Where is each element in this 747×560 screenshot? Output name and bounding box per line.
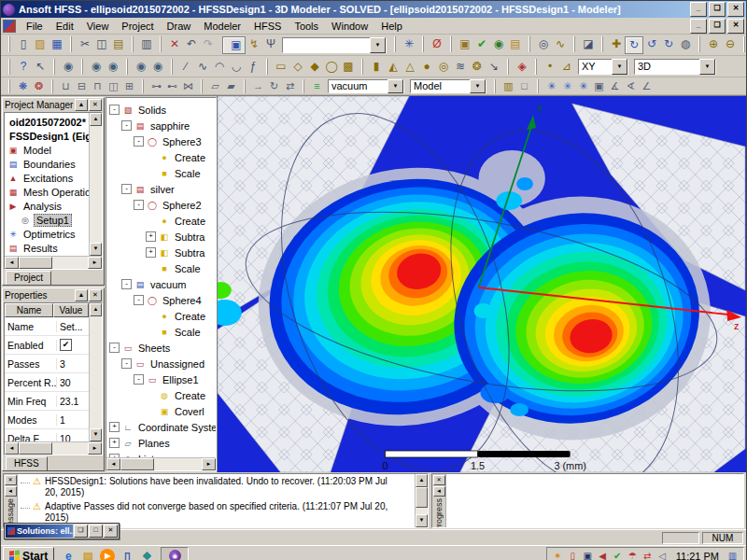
project-tree-item[interactable]: ▤ Boundaries [5, 157, 89, 171]
compass-icon[interactable]: ❂ [31, 79, 47, 93]
undo-icon[interactable]: ↶ [183, 36, 200, 52]
flower-icon[interactable]: ❋ [9, 79, 31, 93]
model-tree-item[interactable]: + ◍ Lists [106, 451, 216, 457]
tray-volume-icon[interactable]: ◀ [597, 551, 609, 560]
scroll-left-icon[interactable]: ◄ [106, 458, 120, 470]
solve-setup-combobox[interactable]: ▼ [282, 37, 387, 53]
optimetrics-setup-icon[interactable]: ✳ [395, 36, 417, 52]
separate-icon[interactable]: ⊞ [121, 79, 137, 93]
visibility-icon[interactable]: ◉ [54, 59, 77, 75]
ansoft-hfss-task-button[interactable]: ◉ [161, 547, 189, 560]
hfss-tab[interactable]: HFSS [6, 456, 48, 471]
drawing-plane-combobox[interactable]: XY ▼ [578, 59, 628, 75]
expand-toggle-icon[interactable]: - [109, 105, 120, 115]
close-button[interactable]: ✕ [104, 525, 118, 538]
cut-icon[interactable]: ✂ [71, 36, 93, 52]
close-panel-icon[interactable]: ✕ [89, 289, 102, 301]
split-icon[interactable]: ◫ [106, 79, 121, 93]
model-tree-item[interactable]: - ◯ Sphere3 [106, 133, 216, 149]
model-tree-item[interactable]: - ▧ Solids [106, 102, 216, 118]
remote-analysis-icon[interactable]: ↯ [246, 36, 262, 52]
paste-icon[interactable]: ▤ [110, 36, 127, 52]
hfss-icon[interactable]: Ø [423, 36, 445, 52]
context-help-icon[interactable]: ↖ [32, 59, 49, 75]
model-tree-item[interactable]: + ▱ Planes [106, 435, 216, 451]
expand-toggle-icon[interactable]: + [146, 231, 156, 242]
chevron-down-icon[interactable]: ▼ [699, 59, 715, 75]
draw-spiral-icon[interactable]: ❂ [469, 59, 486, 75]
report-icon[interactable]: ∿ [552, 36, 569, 52]
material-combobox[interactable]: vacuum ▼ [328, 79, 404, 93]
notes-icon[interactable]: ▯ [120, 549, 134, 560]
scroll-up-icon[interactable]: ▲ [90, 113, 102, 126]
menu-item[interactable]: Edit [49, 20, 80, 33]
project-tree-item[interactable]: ✳ Optimetrics [5, 227, 89, 241]
open-region-icon[interactable]: □ [516, 79, 532, 93]
menu-item[interactable]: Window [325, 20, 374, 33]
start-button[interactable]: Start [3, 547, 54, 560]
graphics-app-icon[interactable]: ❖ [139, 549, 154, 560]
draw-sweep-icon[interactable]: ↘ [486, 59, 502, 75]
solutions-window-titlebar[interactable]: Solutions: ell... [6, 525, 73, 538]
model-tree-item[interactable]: ■ Scale [106, 165, 216, 181]
udp-icon[interactable]: ◈ [508, 59, 530, 75]
rotate-axis-icon[interactable]: ↻ [660, 36, 677, 52]
chevron-down-icon[interactable]: ▼ [370, 37, 386, 53]
model-tree-item[interactable]: ■ Scale [106, 324, 216, 340]
expand-toggle-icon[interactable]: - [134, 200, 144, 210]
folder-icon[interactable]: ▤ [80, 549, 95, 560]
scroll-down-icon[interactable]: ▼ [90, 428, 102, 441]
model-tree-item[interactable]: ● Create [106, 308, 216, 324]
expand-toggle-icon[interactable]: + [109, 438, 120, 448]
close-panel-icon[interactable]: ✕ [5, 475, 17, 485]
project-tree-item[interactable]: ▤ Results [5, 241, 89, 255]
expand-toggle-icon[interactable]: - [121, 358, 132, 369]
model-tree-item[interactable]: - ▭ Unassigned [106, 356, 216, 371]
solution-type-icon[interactable]: ▣ [451, 36, 473, 52]
flip-icon[interactable]: ⇄ [282, 79, 298, 93]
close-panel-icon[interactable]: ✕ [433, 475, 445, 485]
dynamic-zoom-icon[interactable]: ◍ [677, 36, 694, 52]
rotate-center-icon[interactable]: ↺ [643, 36, 660, 52]
unite-icon[interactable]: ⊔ [52, 79, 74, 93]
scrollbar-thumb[interactable] [19, 442, 52, 455]
connect-icon[interactable]: ▰ [223, 79, 239, 93]
draw-polyhedron-icon[interactable]: ◭ [385, 59, 402, 75]
media-player-icon[interactable]: ▶ [100, 549, 115, 560]
menu-item[interactable]: View [80, 20, 116, 33]
close-panel-icon[interactable]: ✕ [89, 99, 102, 111]
expand-toggle-icon[interactable]: - [121, 120, 132, 131]
properties-vscrollbar[interactable]: ▲ ▼ [89, 303, 102, 441]
model-tree-item[interactable]: + ∟ Coordinate System [106, 419, 216, 435]
layers-icon[interactable]: ≡ [303, 79, 325, 93]
section-icon[interactable]: ▱ [202, 79, 223, 93]
expand-toggle-icon[interactable]: + [109, 422, 120, 432]
message-item[interactable]: ⚠ HFSSDesign1: Solutions have been inval… [18, 475, 415, 500]
pan-icon[interactable]: ✚ [602, 36, 625, 52]
tray-volume2-icon[interactable]: ◁ [656, 551, 669, 560]
measure-angle-icon[interactable]: ∡ [607, 79, 623, 93]
print-icon[interactable]: ▥ [133, 36, 155, 52]
zoom-out-area-icon[interactable]: ⊖ [722, 36, 739, 52]
model-tree-item[interactable]: ● Create [106, 213, 216, 229]
scrollbar-thumb[interactable] [19, 257, 52, 269]
rotate-view-icon[interactable]: ↻ [625, 36, 643, 54]
equation-curve-icon[interactable]: ƒ [245, 59, 261, 75]
rotate-object-icon[interactable]: ↻ [266, 79, 282, 93]
intersect-icon[interactable]: ⊓ [90, 79, 106, 93]
measure-corner-icon[interactable]: ∠ [639, 79, 655, 93]
model-tree-item[interactable]: + ◧ Subtra [106, 245, 216, 260]
close-button[interactable]: ✕ [727, 19, 744, 34]
model-tree-item[interactable]: - ◯ Sphere4 [106, 292, 216, 308]
draw-helix-icon[interactable]: ≋ [452, 59, 469, 75]
project-tree-item[interactable]: oid2015072002* [5, 115, 89, 129]
open-project-icon[interactable]: ▨ [32, 36, 49, 52]
menu-item[interactable]: HFSS [247, 20, 288, 33]
view-cs-icon[interactable]: ▣ [591, 79, 607, 93]
scroll-right-icon[interactable]: ► [88, 257, 102, 269]
draw-polygon-icon[interactable]: ◆ [306, 59, 323, 75]
expand-toggle-icon[interactable]: - [134, 295, 144, 305]
model-tree-item[interactable]: - ▤ sapphire [106, 118, 216, 133]
save-icon[interactable]: ▦ [49, 36, 65, 52]
scroll-down-icon[interactable]: ▼ [416, 514, 428, 527]
